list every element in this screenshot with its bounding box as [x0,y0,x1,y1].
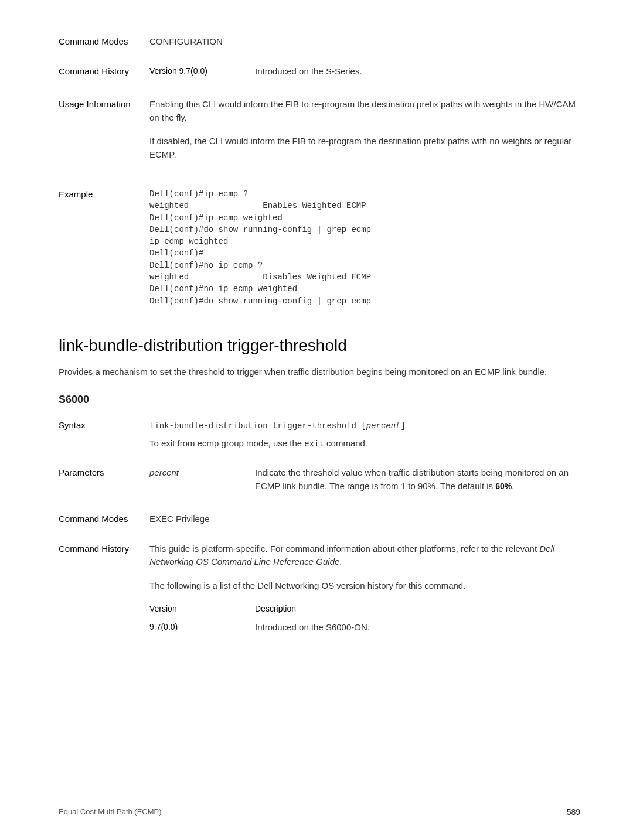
usage-information-section: Usage Information Enabling this CLI woul… [59,98,580,172]
syntax-section: Syntax link-bundle-distribution trigger-… [59,419,580,450]
parameters-section: Parameters percent Indicate the threshol… [59,466,580,496]
version-description: Introduced on the S-Series. [255,65,580,78]
usage-information-label: Usage Information [59,98,149,172]
command-history-label-2: Command History [59,542,149,638]
table-header-description: Description [255,603,580,615]
command-modes-label: Command Modes [59,35,149,49]
parameter-description: Indicate the threshold value when traffi… [255,466,580,493]
history-para-2: The following is a list of the Dell Netw… [149,579,580,593]
syntax-note-prefix: To exit from ecmp group mode, use the [149,438,304,448]
footer-text: Equal Cost Multi-Path (ECMP) [59,807,162,817]
command-history-section: Command History Version 9.7(0.0) Introdu… [59,65,580,82]
command-modes-section-2: Command Modes EXEC Privilege [59,513,580,526]
example-code: Dell(conf)#ip ecmp ? weighted Enables We… [149,188,580,307]
syntax-code-param: percent [366,421,401,431]
command-history-label: Command History [59,65,149,82]
table-header-version: Version [149,603,237,615]
history-para-1: This guide is platform-specific. For com… [149,542,580,569]
syntax-code-prefix: link-bundle-distribution trigger-thresho… [149,421,366,431]
section-intro: Provides a mechanism to set the threshol… [59,366,580,379]
syntax-note-suffix: command. [324,438,367,448]
footer-page-number: 589 [567,807,580,817]
example-section: Example Dell(conf)#ip ecmp ? weighted En… [59,188,580,307]
command-modes-label-2: Command Modes [59,513,149,526]
command-history-section-2: Command History This guide is platform-s… [59,542,580,638]
command-modes-content: CONFIGURATION [149,35,580,49]
parameters-label: Parameters [59,466,149,496]
section-heading: link-bundle-distribution trigger-thresho… [59,336,580,355]
table-cell-description: Introduced on the S6000-ON. [255,621,580,634]
model-label: S6000 [59,394,580,406]
syntax-label: Syntax [59,419,149,450]
syntax-code-suffix: ] [400,421,405,431]
table-cell-version: 9.7(0.0) [149,621,237,633]
page-footer: Equal Cost Multi-Path (ECMP) 589 [59,807,580,817]
parameter-name: percent [149,466,237,480]
syntax-note-code: exit [304,439,324,449]
usage-para-2: If disabled, the CLI would inform the FI… [149,135,580,161]
command-modes-content-2: EXEC Privilege [149,513,580,526]
usage-para-1: Enabling this CLI would inform the FIB t… [149,98,580,124]
version-label: Version 9.7(0.0) [149,65,237,77]
example-label: Example [59,188,149,307]
command-modes-section: Command Modes CONFIGURATION [59,35,580,49]
